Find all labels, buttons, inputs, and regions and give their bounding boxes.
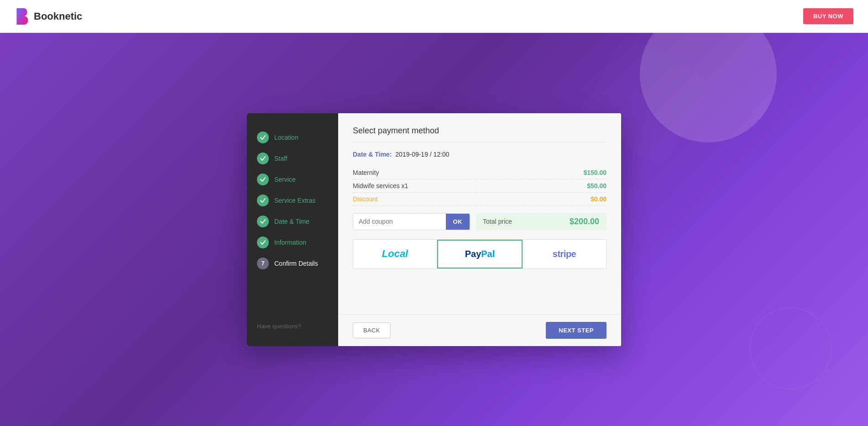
total-price-area: Total price $200.00 [476, 213, 607, 230]
datetime-value: 2019-09-19 / 12:00 [395, 151, 449, 158]
step-icon-information [257, 237, 269, 248]
coupon-ok-button[interactable]: OK [446, 214, 470, 230]
sidebar-item-service[interactable]: Service [247, 169, 338, 190]
content-inner: Select payment method Date & Time: 2019-… [338, 113, 621, 314]
payment-stripe-label: stripe [553, 249, 576, 259]
sidebar-item-location[interactable]: Location [247, 127, 338, 148]
booknetic-logo-icon [15, 8, 29, 25]
price-item-amount-0: $150.00 [583, 169, 607, 176]
sidebar-steps-list: Location Staff Service [247, 127, 338, 316]
logo-area: Booknetic [15, 8, 82, 25]
content-footer: BACK NEXT STEP [338, 314, 621, 346]
price-row-maternity: Maternity $150.00 [353, 166, 607, 179]
payment-method-local[interactable]: Local [353, 240, 437, 268]
top-navigation: Booknetic BUY NOW [0, 0, 868, 33]
step-icon-staff [257, 153, 269, 164]
bg-decoration-2 [749, 307, 831, 389]
section-title: Select payment method [353, 126, 607, 142]
booking-card: Location Staff Service [247, 113, 621, 346]
coupon-total-row: OK Total price $200.00 [353, 213, 607, 230]
price-item-amount-2: $0.00 [591, 195, 607, 203]
step-icon-service-extras [257, 195, 269, 206]
step-label-location: Location [274, 134, 298, 141]
buy-now-button[interactable]: BUY NOW [803, 8, 853, 24]
price-item-amount-1: $50.00 [587, 182, 607, 189]
price-item-name-1: Midwife services x1 [353, 182, 408, 189]
price-item-name-0: Maternity [353, 169, 379, 176]
step-label-service: Service [274, 176, 296, 183]
step-label-service-extras: Service Extras [274, 197, 315, 204]
step-icon-date-time [257, 216, 269, 227]
payment-local-label: Local [382, 248, 408, 260]
step-icon-confirm-details: 7 [257, 258, 269, 269]
sidebar-footer: Have questions? [247, 316, 338, 337]
main-content-area: Select payment method Date & Time: 2019-… [338, 113, 621, 346]
step-label-information: Information [274, 239, 306, 246]
price-item-name-2: Discount [353, 195, 377, 203]
step-label-staff: Staff [274, 155, 288, 162]
logo-text: Booknetic [34, 11, 82, 22]
back-button[interactable]: BACK [353, 322, 391, 338]
price-row-discount: Discount $0.00 [353, 193, 607, 206]
datetime-row: Date & Time: 2019-09-19 / 12:00 [353, 151, 607, 158]
sidebar-item-staff[interactable]: Staff [247, 148, 338, 169]
price-row-midwife: Midwife services x1 $50.00 [353, 179, 607, 193]
payment-methods: Local PayPal stripe [353, 239, 607, 269]
step-icon-service [257, 174, 269, 185]
payment-method-stripe[interactable]: stripe [523, 240, 606, 268]
next-step-button[interactable]: NEXT STEP [546, 322, 607, 339]
step-label-confirm-details: Confirm Details [274, 260, 318, 267]
coupon-area: OK [353, 213, 470, 230]
total-label: Total price [483, 218, 512, 225]
price-list: Maternity $150.00 Midwife services x1 $5… [353, 166, 607, 206]
booking-sidebar: Location Staff Service [247, 113, 338, 346]
sidebar-item-service-extras[interactable]: Service Extras [247, 190, 338, 211]
datetime-label: Date & Time: [353, 151, 392, 158]
coupon-input[interactable] [353, 214, 446, 230]
total-amount: $200.00 [570, 217, 599, 226]
step-label-date-time: Date & Time [274, 218, 309, 225]
sidebar-item-information[interactable]: Information [247, 232, 338, 253]
payment-method-paypal[interactable]: PayPal [437, 240, 523, 268]
main-background: Location Staff Service [0, 33, 868, 426]
sidebar-item-date-time[interactable]: Date & Time [247, 211, 338, 232]
step-icon-location [257, 131, 269, 143]
payment-paypal-label: PayPal [465, 249, 495, 259]
sidebar-item-confirm-details[interactable]: 7 Confirm Details [247, 253, 338, 274]
